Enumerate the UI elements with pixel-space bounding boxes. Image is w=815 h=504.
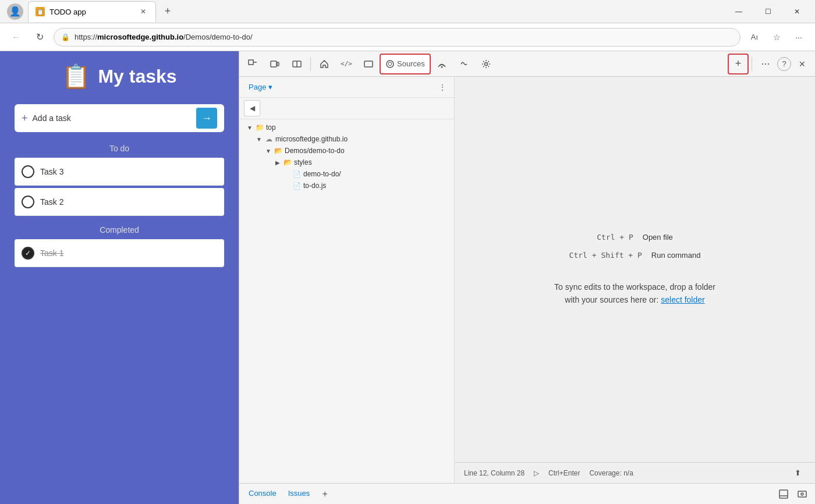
todo-header: 📋 My tasks [62,63,176,90]
add-plus-icon: + [22,112,28,125]
url-text: https://microsoftedge.github.io/Demos/de… [75,33,733,41]
coverage-status: Coverage: n/a [589,469,633,477]
elements-tool[interactable]: </> [336,54,357,74]
page-dropdown-arrow: ▾ [268,83,272,91]
devtools-close-button[interactable]: ✕ [792,54,813,74]
task-item-1[interactable]: ✓ Task 1 [15,239,224,267]
more-tools-button[interactable]: ··· [755,54,776,74]
tree-label-top: top [266,123,276,132]
help-button[interactable]: ? [777,57,791,71]
console-tab[interactable]: Console [244,487,281,501]
refresh-button[interactable]: ↻ [30,28,49,47]
maximize-button[interactable]: ☐ [754,2,781,21]
task-label-1: Task 1 [40,249,63,258]
todo-app: 📋 My tasks + Add a task → To do Task 3 T… [0,51,239,281]
address-bar: ← ↻ 🔒 https://microsoftedge.github.io/De… [0,23,815,51]
tree-label-demo-to-do: demo-to-do/ [303,170,341,178]
devtools-bottom-tabs: Console Issues + [239,483,815,504]
task-checkbox-2[interactable] [22,196,34,208]
browser-toolbar: Aı ☆ ··· [745,28,808,47]
close-window-button[interactable]: ✕ [784,2,810,21]
sources-welcome-screen: Ctrl + P Open file Ctrl + Shift + P Run … [455,77,815,462]
upload-icon[interactable]: ⬆ [789,465,806,481]
toolbar-separator-1 [310,57,311,71]
home-tool[interactable] [314,54,335,74]
svg-point-8 [441,66,442,68]
svg-rect-3 [277,62,279,66]
svg-point-9 [484,62,487,65]
device-emulation-tool[interactable] [264,54,285,74]
performance-tool[interactable] [453,54,474,74]
run-icon: ▷ [534,469,539,477]
settings-gear-tool[interactable] [476,54,497,74]
todo-section-todo: To do [109,144,129,153]
tree-item-demos[interactable]: ▼ 📂 Demos/demo-to-do [239,145,454,157]
folder-blue-styles: 📂 [284,158,292,166]
sources-back-button[interactable]: ◀ [244,100,260,116]
screenshot-icon[interactable] [794,486,810,502]
main-content: 📋 My tasks + Add a task → To do Task 3 T… [0,51,815,504]
tree-item-styles[interactable]: ▶ 📂 styles [239,157,454,168]
tabs-container: 📋 TODO app ✕ + [28,0,725,23]
tree-label-styles: styles [294,158,312,166]
shortcut-key-ctrl-p: Ctrl + P [597,233,633,242]
shortcut-open-file: Ctrl + P Open file [597,233,673,242]
task-item-2[interactable]: Task 2 [15,188,224,216]
file-icon-demo: 📄 [293,170,301,178]
svg-rect-10 [779,490,788,498]
task-item-3[interactable]: Task 3 [15,158,224,186]
task-checkbox-1[interactable]: ✓ [22,247,34,260]
read-aloud-icon[interactable]: Aı [745,28,764,47]
active-tab[interactable]: 📋 TODO app ✕ [28,1,156,22]
sources-more-button[interactable]: ⋮ [435,80,449,94]
shortcut-desc-run-command: Run command [651,251,701,260]
tree-item-demo-to-do[interactable]: 📄 demo-to-do/ [239,168,454,180]
tree-label-microsoftedge: microsoftedge.github.io [275,135,348,143]
cloud-icon: ☁ [265,135,273,143]
tree-item-todo-js[interactable]: 📄 to-do.js [239,180,454,191]
issues-tab[interactable]: Issues [284,487,315,501]
new-tab-button[interactable]: + [158,2,177,21]
tree-arrow-microsoftedge: ▼ [256,136,263,143]
back-button[interactable]: ← [7,28,26,47]
add-task-row[interactable]: + Add a task → [15,104,224,132]
add-tool-button[interactable]: + [728,54,749,74]
tree-arrow-demos: ▼ [265,147,272,154]
minimize-button[interactable]: — [725,2,752,21]
favorites-icon[interactable]: ☆ [767,28,786,47]
url-bar[interactable]: 🔒 https://microsoftedge.github.io/Demos/… [54,28,740,47]
tree-item-microsoftedge[interactable]: ▼ ☁ microsoftedge.github.io [239,133,454,145]
tree-item-top[interactable]: ▼ 📁 top [239,122,454,133]
split-pane-tool[interactable] [286,54,307,74]
browser-more-button[interactable]: ··· [789,28,808,47]
task-checkbox-3[interactable] [22,165,34,178]
sources-status-bar: Line 12, Column 28 ▷ Ctrl+Enter Coverage… [455,462,815,483]
add-tab-button[interactable]: + [317,486,333,502]
lock-icon: 🔒 [61,33,70,41]
add-task-button[interactable]: → [196,108,217,129]
page-dropdown[interactable]: Page ▾ [244,78,277,97]
sources-main-panel: Ctrl + P Open file Ctrl + Shift + P Run … [455,77,815,483]
select-folder-link[interactable]: select folder [661,295,704,304]
add-task-placeholder: Add a task [33,113,196,123]
line-column-status: Line 12, Column 28 [464,469,525,477]
sources-tool[interactable]: Sources [380,54,431,74]
run-shortcut: Ctrl+Enter [548,469,580,477]
devtools-panel: </> Sources [239,51,815,504]
tab-title: TODO app [49,8,133,16]
sync-workspace-text: To sync edits to the workspace, drop a f… [554,281,715,307]
console-tool[interactable] [358,54,379,74]
status-bar-right: ⬆ [789,465,806,481]
file-icon-todo-js: 📄 [293,182,301,190]
svg-rect-12 [798,491,806,497]
devtools-inner: Page ▾ ⋮ ◀ ▼ 📁 to [239,77,815,483]
toolbar-separator-2 [752,57,752,71]
tab-close-button[interactable]: ✕ [138,6,148,17]
inspect-element-tool[interactable] [242,54,263,74]
network-tool[interactable] [431,54,452,74]
todo-title: My tasks [98,66,176,87]
dock-icon[interactable] [775,486,792,502]
svg-rect-6 [364,61,373,67]
title-bar: 👤 📋 TODO app ✕ + — ☐ ✕ [0,0,815,23]
bottom-tab-actions [775,486,810,502]
